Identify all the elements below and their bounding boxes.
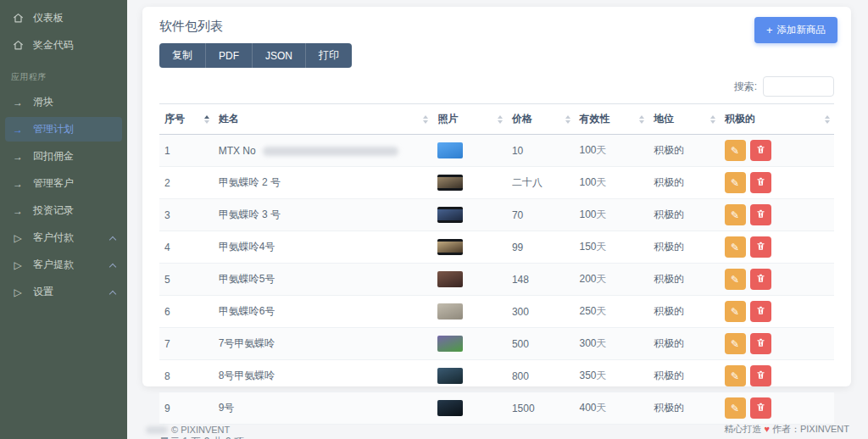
cell-price: 1500 [507,392,575,425]
delete-button[interactable] [750,301,771,322]
home-icon [11,13,25,24]
cell-photo [432,264,507,296]
validity-unit: 天 [597,370,607,381]
package-name: 甲氨蝶呤4号 [219,241,275,253]
sort-asc-icon [710,115,715,119]
column-header-姓名[interactable]: 姓名 [214,104,433,135]
delete-button[interactable] [750,236,771,258]
cell-name: 9号 [214,392,433,425]
sidebar-item-label: 奖金代码 [33,38,74,53]
delete-button[interactable] [750,397,771,419]
sort-carets-icon [825,115,830,124]
export-pdf-button[interactable]: PDF [206,43,253,68]
column-header-有效性[interactable]: 有效性 [575,104,649,135]
export-print-button[interactable]: 打印 [306,43,352,68]
sidebar-item[interactable]: 奖金代码 [5,33,122,58]
column-header-价格[interactable]: 价格 [507,104,575,135]
cell-price: 500 [507,328,575,360]
delete-button[interactable] [750,140,771,161]
app-root: 仪表板奖金代码应用程序→滑块→管理计划→回扣佣金→管理客户→投资记录▷客户付款▷… [0,0,868,439]
trash-icon [756,305,765,318]
sort-desc-icon [498,120,503,124]
home-icon [11,40,25,51]
table-row: 1MTX No10100天积极的✎ [159,135,834,167]
search-input[interactable] [763,76,834,97]
cell-validity: 350天 [575,360,649,392]
cell-actions: ✎ [720,360,834,392]
product-photo [437,368,463,384]
delete-button[interactable] [750,172,771,193]
edit-button[interactable]: ✎ [725,269,746,290]
sort-asc-icon [825,115,830,119]
sidebar-item-label: 客户付款 [33,231,74,245]
sidebar-item[interactable]: 仪表板 [5,6,122,31]
arrow-right-icon: → [11,97,25,108]
sidebar-item[interactable]: →投资记录 [5,198,122,223]
cell-price: 148 [507,264,575,296]
arrow-right-icon: → [11,205,25,217]
export-json-button[interactable]: JSON [253,43,306,68]
main-content: 软件包列表 + 添加新商品 复制PDFJSON打印 搜索: 序号姓名照片价格有效… [127,0,868,439]
edit-button[interactable]: ✎ [725,172,746,193]
delete-button[interactable] [750,333,771,354]
sidebar-item[interactable]: →管理客户 [5,171,122,196]
package-list-card: 软件包列表 + 添加新商品 复制PDFJSON打印 搜索: 序号姓名照片价格有效… [142,7,851,386]
column-header-label: 价格 [512,113,532,125]
delete-button[interactable] [750,204,771,225]
cell-validity: 250天 [575,296,649,328]
delete-button[interactable] [750,269,771,290]
sort-desc-icon [423,120,428,124]
cell-actions: ✎ [720,392,834,425]
cell-validity: 100天 [575,135,649,167]
footer-copyright: © PIXINVENT [146,425,230,435]
edit-button[interactable]: ✎ [725,236,746,258]
cell-actions: ✎ [720,264,834,296]
trash-icon [756,402,765,414]
sidebar: 仪表板奖金代码应用程序→滑块→管理计划→回扣佣金→管理客户→投资记录▷客户付款▷… [0,0,127,439]
sidebar-item[interactable]: ▷客户付款 [5,225,122,250]
add-product-button[interactable]: + 添加新商品 [754,17,837,43]
column-header-积极的[interactable]: 积极的 [720,104,834,135]
delete-button[interactable] [750,365,771,386]
sidebar-item[interactable]: ▷设置 [5,280,122,304]
sort-carets-icon [204,115,209,124]
edit-button[interactable]: ✎ [725,204,746,225]
trash-icon [756,273,765,286]
edit-button[interactable]: ✎ [725,140,746,161]
table-row: 2甲氨蝶呤 2 号二十八100天积极的✎ [159,167,834,199]
column-header-label: 照片 [437,113,458,125]
cell-status: 积极的 [648,199,720,231]
cell-actions: ✎ [720,231,834,264]
sidebar-item[interactable]: →回扣佣金 [5,144,122,169]
edit-button[interactable]: ✎ [725,365,746,386]
cell-price: 10 [507,135,575,167]
sidebar-item-label: 回扣佣金 [33,149,74,164]
cell-photo [432,392,507,425]
validity-unit: 天 [597,208,607,220]
column-header-label: 姓名 [219,113,239,125]
cell-photo [432,135,507,167]
sidebar-item[interactable]: →滑块 [5,90,122,114]
cell-validity: 300天 [575,328,649,360]
validity-unit: 天 [597,241,607,253]
edit-button[interactable]: ✎ [725,333,746,354]
arrow-right-icon: → [11,178,25,190]
column-header-序号[interactable]: 序号 [159,104,214,135]
cell-status: 积极的 [648,135,720,167]
sidebar-item-label: 仪表板 [33,11,64,25]
cell-validity: 150天 [575,231,649,264]
chevron-up-icon [109,289,116,296]
sidebar-item[interactable]: ▷客户提款 [5,253,122,277]
edit-button[interactable]: ✎ [725,397,746,419]
cell-actions: ✎ [720,167,834,199]
cell-validity: 100天 [575,199,649,231]
trash-icon [756,144,765,157]
column-header-地位[interactable]: 地位 [648,104,720,135]
export-copy-button[interactable]: 复制 [159,43,206,68]
edit-button[interactable]: ✎ [725,301,746,322]
redacted-text [263,147,398,156]
cell-price: 二十八 [507,167,575,199]
sidebar-item[interactable]: →管理计划 [5,117,122,142]
column-header-照片[interactable]: 照片 [432,104,507,135]
cell-photo [432,328,507,360]
